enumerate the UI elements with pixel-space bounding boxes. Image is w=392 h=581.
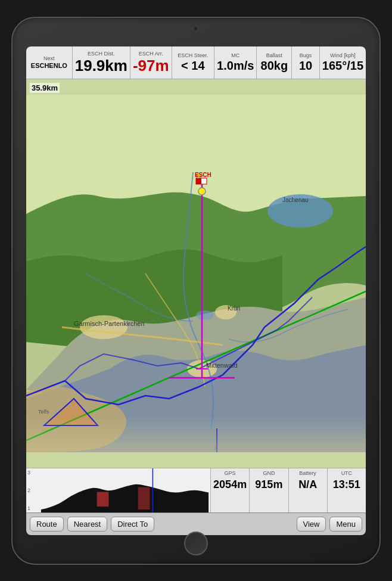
esch-steer-label: ESCH Steer. xyxy=(178,52,208,59)
mc-cell: MC 1.0m/s xyxy=(214,46,257,79)
home-button[interactable] xyxy=(184,532,208,555)
svg-rect-24 xyxy=(26,417,366,452)
esch-dist-value: 19.9km xyxy=(75,57,127,74)
bugs-cell: Bugs 10 xyxy=(292,46,319,79)
utc-cell: UTC 13:51 xyxy=(328,468,366,512)
alt-scale-3: 3 xyxy=(27,470,38,476)
map-area[interactable]: 35.9km xyxy=(26,79,366,468)
svg-text:Telfs: Telfs xyxy=(38,409,49,415)
altitude-graph xyxy=(39,468,210,512)
next-value: ESCHENLO xyxy=(31,62,67,69)
altitude-profile: 3 2 1 xyxy=(26,468,211,512)
view-button[interactable]: View xyxy=(297,517,326,532)
bugs-label: Bugs xyxy=(300,52,312,59)
esch-dist-label: ESCH Dist. xyxy=(88,51,115,57)
svg-rect-13 xyxy=(196,178,201,184)
altitude-scale: 3 2 1 xyxy=(26,468,39,512)
ballast-value: 80kg xyxy=(261,59,288,72)
mc-label: MC xyxy=(231,52,239,59)
mc-value: 1.0m/s xyxy=(217,59,254,72)
device-frame: Next ESCHENLO ESCH Dist. 19.9km ESCH Arr… xyxy=(11,17,381,565)
route-button[interactable]: Route xyxy=(30,517,64,532)
esch-dist-cell: ESCH Dist. 19.9km xyxy=(73,46,130,79)
esch-arr-value: -97m xyxy=(133,57,169,74)
gps-label: GPS xyxy=(225,470,236,476)
esch-steer-value: < 14 xyxy=(181,59,204,72)
next-label: Next xyxy=(43,55,55,62)
battery-value: N/A xyxy=(298,479,317,491)
utc-value: 13:51 xyxy=(333,479,360,491)
gnd-value: 915m xyxy=(255,479,282,491)
svg-point-5 xyxy=(196,310,214,320)
esch-arr-label: ESCH Arr. xyxy=(139,51,163,57)
utc-label: UTC xyxy=(341,470,353,476)
gnd-cell: GND 915m xyxy=(250,468,288,512)
esch-steer-cell: ESCH Steer. < 14 xyxy=(172,46,214,79)
info-cells: GPS 2054m GND 915m Battery N/A UTC 13:51 xyxy=(211,468,366,512)
gps-cell: GPS 2054m xyxy=(211,468,250,512)
screen: Next ESCHENLO ESCH Dist. 19.9km ESCH Arr… xyxy=(26,46,366,535)
ballast-label: Ballast xyxy=(266,52,282,59)
svg-point-15 xyxy=(198,188,206,195)
svg-text:Jachenau: Jachenau xyxy=(282,197,308,203)
nearest-button[interactable]: Nearest xyxy=(67,517,108,532)
gps-value: 2054m xyxy=(213,479,247,491)
direct-to-button[interactable]: Direct To xyxy=(111,517,154,532)
bottom-info-bar: 3 2 1 xyxy=(26,468,366,512)
alt-scale-2: 2 xyxy=(27,487,38,493)
alt-scale-1: 1 xyxy=(27,505,38,511)
bugs-value: 10 xyxy=(299,59,312,72)
svg-text:Krün: Krün xyxy=(228,305,240,312)
map-svg: Garmisch-Partenkirchen Mittenwald Krün J… xyxy=(26,79,366,468)
next-waypoint-cell: Next ESCHENLO xyxy=(26,46,73,79)
gnd-label: GND xyxy=(263,470,275,476)
menu-button[interactable]: Menu xyxy=(329,517,362,532)
battery-label: Battery xyxy=(299,470,316,476)
wind-cell: Wind [kph] 165°/15 xyxy=(320,46,366,79)
wind-value: 165°/15 xyxy=(322,59,363,72)
svg-text:Garmisch-Partenkirchen: Garmisch-Partenkirchen xyxy=(74,320,145,327)
battery-cell: Battery N/A xyxy=(289,468,328,512)
esch-arr-cell: ESCH Arr. -97m xyxy=(130,46,172,79)
ballast-cell: Ballast 80kg xyxy=(257,46,292,79)
svg-text:Mittenwald: Mittenwald xyxy=(206,362,238,369)
svg-rect-25 xyxy=(97,492,109,507)
svg-point-1 xyxy=(80,315,127,339)
wind-label: Wind [kph] xyxy=(330,52,356,59)
svg-text:ESCH: ESCH xyxy=(195,172,211,178)
svg-rect-26 xyxy=(138,487,150,509)
instrument-bar: Next ESCHENLO ESCH Dist. 19.9km ESCH Arr… xyxy=(26,46,366,79)
front-camera xyxy=(194,26,198,31)
distance-label: 35.9km xyxy=(30,83,60,93)
